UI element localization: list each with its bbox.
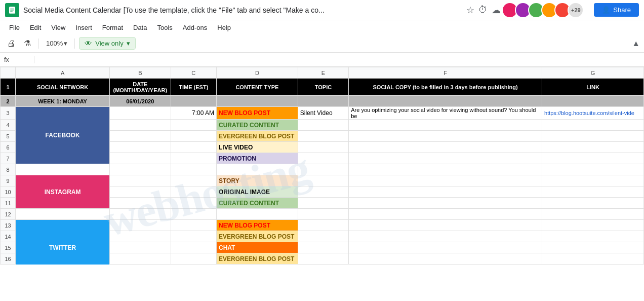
cell-d12[interactable] [217, 209, 298, 220]
cell-b13[interactable] [110, 220, 171, 231]
cell-e7[interactable] [298, 153, 348, 164]
cell-c8[interactable] [171, 164, 216, 175]
cell-b6[interactable] [110, 142, 171, 153]
cell-e8[interactable] [298, 164, 348, 175]
cell-b9[interactable] [110, 175, 171, 186]
cell-a2[interactable]: WEEK 1: MONDAY [16, 96, 110, 107]
cell-c6[interactable] [171, 142, 216, 153]
cell-c5[interactable] [171, 131, 216, 142]
cell-e1[interactable]: TOPIC [298, 79, 348, 96]
cell-a-facebook[interactable]: FACEBOOK [16, 107, 110, 164]
cell-g16[interactable] [542, 253, 644, 265]
cell-f2[interactable] [349, 96, 542, 107]
cell-g12[interactable] [542, 209, 644, 220]
plus-badge[interactable]: +29 [568, 2, 584, 18]
cell-d17[interactable]: VIDEO [217, 265, 298, 265]
cell-f15[interactable] [349, 242, 542, 253]
cell-g5[interactable] [542, 131, 644, 142]
cell-e2[interactable] [298, 96, 348, 107]
cell-d9[interactable]: STORY [217, 175, 298, 186]
cell-d1[interactable]: CONTENT TYPE [217, 79, 298, 96]
cell-b15[interactable] [110, 242, 171, 253]
print-button[interactable]: 🖨 [4, 36, 18, 51]
col-header-c[interactable]: C [171, 67, 216, 79]
cell-f4[interactable] [349, 120, 542, 131]
cell-e11[interactable] [298, 198, 348, 209]
cell-f8[interactable] [349, 164, 542, 175]
cell-f6[interactable] [349, 142, 542, 153]
cell-f1[interactable]: SOCIAL COPY (to be filled in 3 days befo… [349, 79, 542, 96]
cell-e9[interactable] [298, 175, 348, 186]
cell-b4[interactable] [110, 120, 171, 131]
sheet-body[interactable]: A B C D E F G 1 SOCIAL NETWORK DATE(MONT… [0, 67, 644, 265]
menu-view[interactable]: View [47, 23, 69, 32]
view-only-button[interactable]: 👁 View only ▾ [79, 37, 135, 50]
cell-f13[interactable] [349, 220, 542, 231]
cell-d16[interactable]: EVERGREEN BLOG POST [217, 253, 298, 265]
cell-c11[interactable] [171, 198, 216, 209]
cell-d6[interactable]: LIVE VIDEO [217, 142, 298, 153]
cell-g9[interactable] [542, 175, 644, 186]
cell-f7[interactable] [349, 153, 542, 164]
cell-b5[interactable] [110, 131, 171, 142]
cell-g15[interactable] [542, 242, 644, 253]
cell-d11[interactable]: CURATED CONTENT [217, 198, 298, 209]
cell-e5[interactable] [298, 131, 348, 142]
share-button[interactable]: 👤 Share [594, 3, 639, 17]
cell-f16[interactable] [349, 253, 542, 265]
cell-c9[interactable] [171, 175, 216, 186]
menu-insert[interactable]: Insert [71, 23, 96, 32]
menu-file[interactable]: File [5, 23, 24, 32]
menu-addons[interactable]: Add-ons [179, 23, 211, 32]
cell-c3[interactable]: 7:00 AM [171, 107, 216, 120]
cell-d14[interactable]: EVERGREEN BLOG POST [217, 231, 298, 242]
cell-f14[interactable] [349, 231, 542, 242]
cell-g11[interactable] [542, 198, 644, 209]
cell-g17[interactable] [542, 265, 644, 265]
cell-d2[interactable] [217, 96, 298, 107]
cell-d7[interactable]: PROMOTION [217, 153, 298, 164]
cell-b11[interactable] [110, 198, 171, 209]
cell-b17[interactable] [110, 265, 171, 265]
col-header-b[interactable]: B [110, 67, 171, 79]
col-header-f[interactable]: F [349, 67, 542, 79]
menu-help[interactable]: Help [213, 23, 235, 32]
menu-data[interactable]: Data [129, 23, 151, 32]
filter-button[interactable]: ⚗ [20, 36, 34, 51]
cell-b7[interactable] [110, 153, 171, 164]
cell-d13[interactable]: NEW BLOG POST [217, 220, 298, 231]
cell-e12[interactable] [298, 209, 348, 220]
cell-c17[interactable] [171, 265, 216, 265]
cell-d8[interactable] [217, 164, 298, 175]
cell-a12[interactable] [16, 209, 110, 220]
cell-b8[interactable] [110, 164, 171, 175]
cell-b10[interactable] [110, 186, 171, 198]
cell-f12[interactable] [349, 209, 542, 220]
cell-e15[interactable] [298, 242, 348, 253]
cell-g2[interactable] [542, 96, 644, 107]
cell-g14[interactable] [542, 231, 644, 242]
cell-b2[interactable]: 06/01/2020 [110, 96, 171, 107]
cell-e6[interactable] [298, 142, 348, 153]
col-header-g[interactable]: G [542, 67, 644, 79]
cell-g8[interactable] [542, 164, 644, 175]
cell-c12[interactable] [171, 209, 216, 220]
cell-e14[interactable] [298, 231, 348, 242]
col-header-d[interactable]: D [217, 67, 298, 79]
cell-f10[interactable] [349, 186, 542, 198]
cell-g1[interactable]: LINK [542, 79, 644, 96]
cell-g13[interactable] [542, 220, 644, 231]
cell-c7[interactable] [171, 153, 216, 164]
cell-a-twitter[interactable]: TWITTER [16, 220, 110, 265]
cell-d4[interactable]: CURATED CONTENT [217, 120, 298, 131]
cell-d15[interactable]: CHAT [217, 242, 298, 253]
cell-f11[interactable] [349, 198, 542, 209]
cell-f5[interactable] [349, 131, 542, 142]
cell-a8[interactable] [16, 164, 110, 175]
menu-edit[interactable]: Edit [26, 23, 45, 32]
cell-b16[interactable] [110, 253, 171, 265]
cell-g6[interactable] [542, 142, 644, 153]
menu-format[interactable]: Format [98, 23, 127, 32]
cell-e13[interactable] [298, 220, 348, 231]
cell-c4[interactable] [171, 120, 216, 131]
